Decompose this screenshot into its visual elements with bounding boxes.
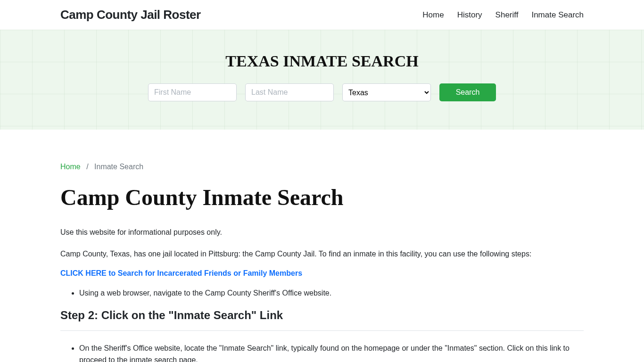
main-content: Home / Inmate Search Camp County Inmate … xyxy=(60,130,584,362)
site-header: Camp County Jail Roster Home History She… xyxy=(0,0,644,30)
hero-title: TEXAS INMATE SEARCH xyxy=(0,52,644,70)
step-2-bullet: On the Sheriff's Office website, locate … xyxy=(79,342,584,362)
inmate-search-form: Texas Search xyxy=(0,83,644,101)
breadcrumb-home[interactable]: Home xyxy=(60,163,81,171)
site-title[interactable]: Camp County Jail Roster xyxy=(60,8,201,22)
step-2-heading: Step 2: Click on the "Inmate Search" Lin… xyxy=(60,309,584,322)
divider xyxy=(60,330,584,331)
breadcrumb-separator: / xyxy=(86,163,88,171)
breadcrumb-current: Inmate Search xyxy=(94,163,143,171)
intro-paragraph-2: Camp County, Texas, has one jail located… xyxy=(60,248,584,260)
first-name-input[interactable] xyxy=(148,83,237,101)
step-1-list: Using a web browser, navigate to the Cam… xyxy=(60,287,584,299)
state-select[interactable]: Texas xyxy=(342,83,431,101)
nav-home[interactable]: Home xyxy=(422,10,444,20)
nav-history[interactable]: History xyxy=(457,10,482,20)
nav-sheriff[interactable]: Sheriff xyxy=(495,10,519,20)
last-name-input[interactable] xyxy=(245,83,334,101)
step-1-bullet: Using a web browser, navigate to the Cam… xyxy=(79,287,584,299)
breadcrumb: Home / Inmate Search xyxy=(60,163,584,171)
main-nav: Home History Sheriff Inmate Search xyxy=(422,10,584,20)
page-title: Camp County Inmate Search xyxy=(60,184,584,210)
cta-search-link[interactable]: CLICK HERE to Search for Incarcerated Fr… xyxy=(60,269,302,278)
nav-inmate-search[interactable]: Inmate Search xyxy=(531,10,584,20)
intro-paragraph-1: Use this website for informational purpo… xyxy=(60,226,584,239)
step-2-list: On the Sheriff's Office website, locate … xyxy=(60,342,584,362)
hero-search-panel: TEXAS INMATE SEARCH Texas Search xyxy=(0,30,644,130)
search-button[interactable]: Search xyxy=(439,83,496,101)
